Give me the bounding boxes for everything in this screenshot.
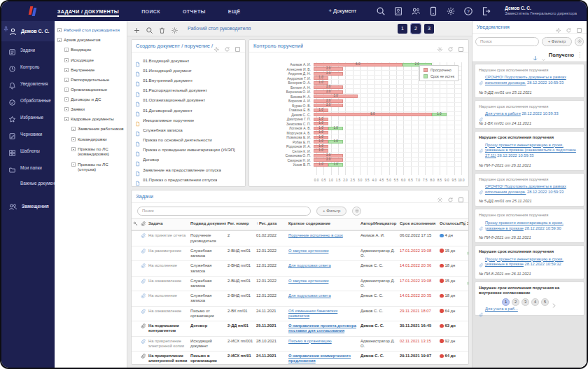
sidebar-user-item[interactable]: Демов С. С. — [1, 21, 55, 41]
notif-page-5[interactable]: 5 — [541, 298, 549, 306]
expand-box-icon[interactable] — [64, 48, 69, 52]
task-summary-link[interactable]: О направлении коммерческого предложения — [288, 354, 351, 363]
task-row[interactable]: На прикрепление электронной копииПисьмо … — [132, 351, 468, 364]
notifications-filter-button[interactable]: + Фильтр — [542, 37, 572, 46]
column-header-4[interactable]: Краткое содержание — [287, 219, 359, 230]
expand-box-icon[interactable] — [64, 117, 69, 121]
tree-item-9[interactable]: Кадровые документы — [57, 114, 125, 124]
tasks-settings-icon[interactable] — [352, 207, 361, 216]
task-row[interactable]: На ознакомлениеПисьмо от организации2-ВХ… — [132, 307, 468, 321]
task-summary-link[interactable]: О закупке оргтехники — [288, 249, 328, 253]
key-column-icon[interactable] — [132, 219, 139, 230]
desktop-tab[interactable]: Рабочий стол руководителя — [188, 26, 251, 31]
column-header-1[interactable]: Подвид документа — [189, 219, 226, 230]
task-summary-link[interactable]: Письмо в организацию — [288, 339, 332, 343]
expand-box-icon[interactable] — [64, 97, 69, 102]
create-item-7[interactable]: Служебная записка — [135, 125, 241, 134]
task-summary-link[interactable]: Для подготовки ответа — [288, 263, 331, 267]
maximize-icon[interactable] — [576, 24, 582, 30]
tree-item-1[interactable]: Архив документов — [57, 35, 125, 45]
task-summary-link[interactable]: О направлении проекта договора поставки … — [288, 323, 356, 333]
expand-box-icon[interactable] — [71, 127, 76, 131]
notif-page-1[interactable]: 1 — [502, 298, 510, 306]
refresh-icon[interactable] — [447, 43, 454, 49]
notification-card[interactable]: Нарушен срок исполнения порученияПрошу п… — [475, 131, 584, 170]
sidebar-item-3[interactable]: Обработанные — [1, 92, 55, 109]
task-summary-link[interactable]: Поручение исполнено в срок — [288, 233, 343, 237]
notification-card[interactable]: Нарушен срок исполнения порученияДля уче… — [475, 100, 584, 129]
task-summary-link[interactable]: Для подготовки ответа — [288, 293, 331, 298]
column-header-3[interactable]: ↑Рег. дата — [255, 219, 287, 230]
tree-item-6[interactable]: Организационные — [57, 85, 125, 95]
tree-item-8[interactable]: Заявки — [57, 104, 125, 114]
sidebar-item-9[interactable]: Замещения — [1, 197, 55, 215]
column-header-0[interactable]: Задача — [147, 219, 189, 230]
refresh-icon[interactable] — [447, 193, 454, 200]
expand-box-icon[interactable] — [57, 38, 62, 42]
logout-icon[interactable] — [481, 6, 491, 16]
nav-item-3[interactable]: ЕЩЁ — [228, 6, 241, 17]
notifications-settings-icon[interactable] — [575, 37, 584, 46]
create-item-1[interactable]: 01.Исходящий документ — [135, 65, 241, 75]
tree-item-5[interactable]: Распорядительные — [57, 75, 125, 85]
column-header-6[interactable]: Срок исполнения — [398, 219, 438, 230]
sidebar-item-7[interactable]: Мои папки — [1, 159, 55, 176]
notification-card[interactable]: Нарушен срок исполнения порученияПрошу п… — [475, 209, 584, 243]
user-block[interactable]: Демов С. С. Заместитель Генерального дир… — [505, 6, 577, 16]
column-header-5[interactable]: Автор/Инициатор — [359, 219, 398, 230]
expand-box-icon[interactable] — [64, 107, 69, 111]
create-item-10[interactable]: Договор — [135, 155, 241, 165]
tree-item-13[interactable]: Приказы по ЛС (отпуска) — [57, 159, 125, 174]
new-document-button[interactable]: + Документ — [328, 8, 356, 14]
page-button-3[interactable]: 3 — [424, 24, 434, 34]
tasks-filter-button[interactable]: + Фильтр — [316, 207, 346, 216]
tree-item-7[interactable]: Договоры и ДС — [57, 95, 125, 104]
pin-sidebar-icon[interactable] — [3, 22, 9, 29]
task-row[interactable]: На исполнениеСлужебная записка2-ВНД пп/0… — [132, 261, 468, 276]
create-item-11[interactable]: Заявление на предоставление отпуска — [135, 165, 241, 174]
tree-item-10[interactable]: Заявления работников — [57, 124, 125, 134]
notifications-search-input[interactable] — [475, 37, 539, 46]
tree-item-4[interactable]: Внутренние — [57, 65, 125, 75]
add-icon[interactable] — [133, 25, 141, 32]
expand-box-icon[interactable] — [71, 137, 76, 141]
column-header-2[interactable]: Рег. номер — [226, 219, 255, 230]
sidebar-item-6[interactable]: Шаблоны — [1, 142, 55, 159]
create-item-2[interactable]: 01.Внутренний документ — [135, 75, 241, 85]
maximize-icon[interactable] — [458, 193, 464, 200]
notification-card[interactable]: Нарушен срок исполнения порученияПрошу п… — [475, 245, 584, 279]
create-item-0[interactable]: 01.Входящий документ — [135, 55, 241, 65]
task-row[interactable]: На подписании контрагентомДоговор2-ДД пп… — [132, 321, 468, 336]
nav-item-1[interactable]: ПОИСК — [141, 6, 160, 17]
sidebar-item-0[interactable]: Задачи — [1, 41, 55, 58]
notification-link[interactable]: Для учета в работе — [485, 111, 521, 116]
tree-item-3[interactable]: Исходящие — [57, 55, 125, 64]
profile-icon[interactable] — [393, 6, 403, 16]
gear-icon[interactable] — [437, 43, 443, 49]
nav-item-2[interactable]: ОТЧЕТЫ — [183, 6, 206, 17]
kiosk-icon[interactable] — [428, 6, 438, 16]
contacts-icon[interactable] — [411, 6, 421, 16]
refresh-icon[interactable] — [224, 43, 230, 49]
gear-icon[interactable] — [555, 24, 561, 30]
task-row[interactable]: На ознакомлениеСлужебная записка2-ВНД пп… — [132, 277, 468, 291]
tree-item-2[interactable]: Входящие — [57, 45, 125, 55]
create-item-9[interactable]: Приказ о проведении инвентаризации (УКЭП… — [135, 145, 241, 155]
create-item-12[interactable]: 01.Приказ о предоставлении отпуска — [135, 174, 241, 184]
notification-card[interactable]: Нарушен срок исполнения порученияСРОЧНО!… — [475, 173, 584, 207]
expand-box-icon[interactable] — [64, 78, 69, 82]
expand-box-icon[interactable] — [57, 28, 62, 32]
notif-page-2[interactable]: 2 — [512, 298, 519, 306]
tree-item-11[interactable]: Командировки — [57, 134, 125, 144]
refresh-icon[interactable] — [566, 24, 572, 30]
column-header-7[interactable]: Осталось/Прошло — [438, 219, 465, 230]
expand-box-icon[interactable] — [64, 58, 69, 62]
create-item-6[interactable]: Инициативное поручение — [135, 115, 241, 125]
tasks-search-input[interactable] — [137, 207, 311, 216]
gear-icon[interactable] — [437, 193, 443, 200]
tasks-table-menu-icon[interactable]: ⋮ — [463, 221, 468, 226]
sidebar-item-8[interactable]: Важные документы — [1, 176, 55, 190]
task-row[interactable]: На прикрепление электронной копииИсходящ… — [132, 337, 468, 351]
create-item-5[interactable]: 01.Договорной документ — [135, 105, 241, 115]
page-button-1[interactable]: 1 — [398, 24, 407, 34]
